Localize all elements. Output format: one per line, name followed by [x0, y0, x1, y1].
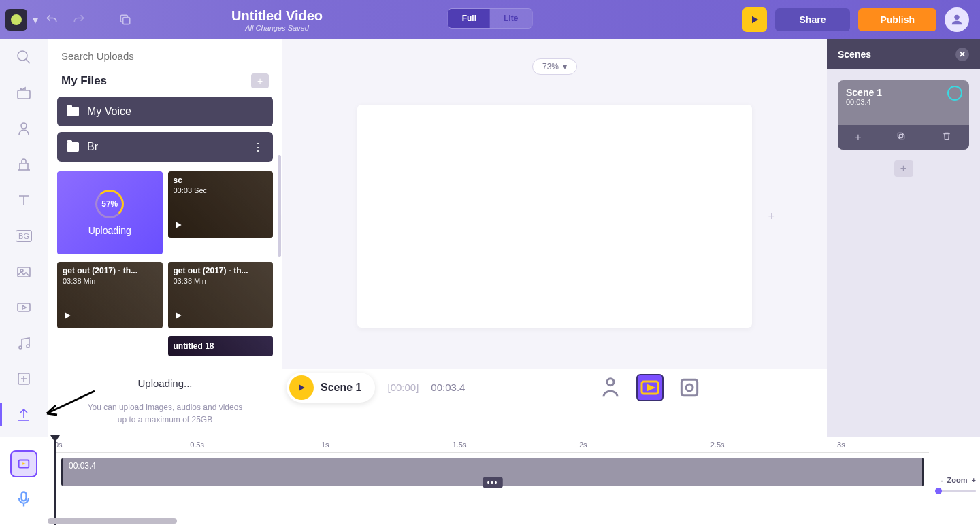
svg-rect-18: [22, 492, 27, 501]
toggle-full[interactable]: Full: [448, 9, 490, 28]
clip-thumb[interactable]: get out (2017) - th... 03:38 Min: [57, 262, 163, 328]
svg-rect-15: [899, 134, 904, 139]
play-icon[interactable]: [174, 220, 183, 233]
toggle-lite[interactable]: Lite: [490, 9, 532, 28]
scene-icon[interactable]: [12, 85, 36, 102]
svg-rect-0: [123, 18, 130, 24]
scene-delete-button[interactable]: [941, 131, 952, 144]
folder-name: Br: [87, 141, 98, 153]
timeline-zoom-control: - Zoom +: [941, 476, 976, 484]
zoom-out-button[interactable]: -: [941, 476, 943, 484]
zoom-in-button[interactable]: +: [972, 476, 976, 484]
copy-button[interactable]: [113, 7, 137, 32]
scene-loading-icon: [947, 86, 962, 101]
timeline-mic-icon[interactable]: [14, 490, 33, 511]
folder-item[interactable]: My Voice: [57, 97, 273, 126]
timeline-video-track-icon[interactable]: [10, 450, 37, 477]
clip-handle[interactable]: •••: [483, 477, 503, 488]
timeline-camera-icon[interactable]: [676, 374, 703, 401]
current-scene-name: Scene 1: [321, 382, 372, 394]
video-icon[interactable]: [12, 299, 36, 316]
upload-progress-ring: 57%: [95, 190, 124, 218]
add-scene-right-button[interactable]: +: [768, 209, 775, 224]
upload-hint: You can upload images, audios and videos…: [68, 401, 262, 426]
scene-card-time: 00:03.4: [846, 98, 961, 106]
timeline-zoom-slider[interactable]: [935, 490, 976, 492]
share-button[interactable]: Share: [775, 8, 851, 31]
redo-button[interactable]: [67, 7, 91, 32]
time-current: [00:00]: [387, 382, 419, 393]
canvas-area: 73%▾ +: [282, 39, 827, 369]
folder-more-icon[interactable]: ⋮: [252, 141, 263, 154]
svg-point-9: [27, 345, 29, 348]
scenes-title: Scenes: [838, 49, 871, 60]
folder-icon: [67, 142, 79, 152]
video-title[interactable]: Untitled Video: [231, 8, 323, 24]
svg-rect-7: [18, 303, 30, 311]
timeline: 0s 0.5s 1s 1.5s 2s 2.5s 3s 00:03.4 ••• -…: [0, 437, 980, 525]
image-icon[interactable]: [12, 263, 36, 280]
app-header: ▾ Untitled Video All Changes Saved Full …: [0, 0, 980, 39]
bg-icon[interactable]: BG: [12, 228, 36, 245]
chevron-down-icon: ▾: [563, 62, 567, 71]
title-block: Untitled Video All Changes Saved: [231, 8, 323, 32]
timeline-ruler[interactable]: 0s 0.5s 1s 1.5s 2s 2.5s 3s: [54, 441, 929, 453]
search-icon[interactable]: [12, 49, 36, 66]
logo-dropdown-icon[interactable]: ▾: [33, 14, 38, 27]
timeline-character-icon[interactable]: [597, 374, 624, 401]
clip-duration: 00:03.4: [63, 458, 922, 473]
svg-rect-3: [18, 90, 30, 99]
folder-name: My Voice: [87, 105, 131, 118]
upload-icon[interactable]: [12, 406, 36, 423]
play-icon[interactable]: [174, 311, 183, 323]
my-files-heading: My Files: [61, 74, 107, 88]
timeline-clip[interactable]: 00:03.4 •••: [61, 458, 924, 486]
user-avatar[interactable]: [945, 7, 969, 32]
scenes-panel: Scenes ✕ Scene 1 00:03.4 + +: [827, 39, 980, 437]
scene-card-name: Scene 1: [846, 87, 961, 98]
music-icon[interactable]: [12, 335, 36, 352]
time-total: 00:03.4: [431, 382, 465, 393]
timeline-video-icon[interactable]: [636, 374, 664, 401]
save-status: All Changes Saved: [231, 24, 323, 32]
panel-footer: Uploading... You can upload images, audi…: [48, 368, 282, 437]
add-scene-button[interactable]: +: [894, 160, 913, 177]
character-icon[interactable]: [12, 120, 36, 137]
app-logo[interactable]: [5, 9, 27, 31]
zoom-dropdown[interactable]: 73%▾: [532, 58, 577, 75]
svg-point-2: [18, 51, 27, 61]
panel-scrollbar[interactable]: [278, 155, 281, 257]
play-scene-button[interactable]: [289, 375, 314, 400]
folder-item[interactable]: Br ⋮: [57, 132, 273, 162]
add-folder-button[interactable]: +: [251, 73, 269, 88]
preview-play-button[interactable]: [742, 7, 767, 32]
playhead[interactable]: [54, 437, 56, 525]
stage-canvas[interactable]: +: [357, 105, 752, 328]
left-tool-rail: BG: [0, 39, 48, 437]
svg-rect-16: [898, 133, 902, 137]
clip-thumb[interactable]: untitled 18: [168, 336, 274, 356]
close-scenes-button[interactable]: ✕: [956, 48, 969, 61]
timeline-scrollbar[interactable]: [48, 518, 926, 524]
scene-add-button[interactable]: +: [855, 131, 861, 143]
svg-point-4: [21, 123, 27, 129]
effects-icon[interactable]: [12, 371, 36, 388]
clip-thumb[interactable]: sc 00:03 Sec: [168, 171, 274, 238]
scene-card[interactable]: Scene 1 00:03.4 +: [838, 80, 969, 150]
undo-button[interactable]: [39, 7, 64, 32]
svg-point-1: [954, 15, 959, 20]
svg-point-8: [19, 346, 22, 349]
folder-icon: [67, 107, 79, 116]
svg-point-14: [686, 384, 693, 391]
uploading-label: Uploading: [88, 225, 131, 236]
play-icon[interactable]: [63, 311, 72, 323]
props-icon[interactable]: [12, 156, 36, 173]
svg-rect-13: [682, 379, 698, 395]
scene-duplicate-button[interactable]: [896, 131, 906, 144]
clip-thumb[interactable]: get out (2017) - th... 03:38 Min: [168, 262, 274, 328]
upload-status-text: Uploading...: [68, 377, 262, 389]
publish-button[interactable]: Publish: [858, 8, 936, 31]
timeline-controls-bar: Scene 1 [00:00] 00:03.4: [282, 369, 827, 406]
search-uploads-input[interactable]: [61, 50, 269, 62]
text-icon[interactable]: [12, 192, 36, 209]
